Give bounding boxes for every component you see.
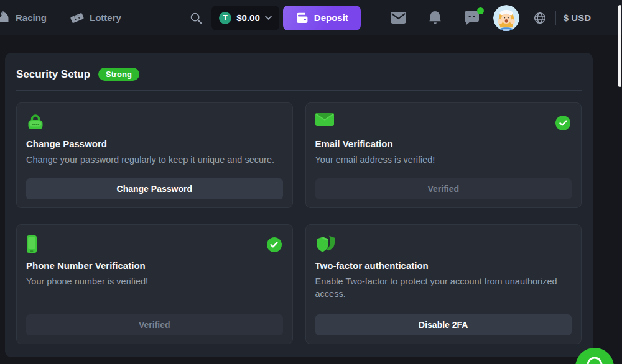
nav-divider (555, 11, 556, 25)
bell-icon[interactable] (429, 11, 442, 25)
card-change-password: Change Password Change your password reg… (16, 102, 293, 208)
card-description: Your email address is verified! (315, 154, 572, 166)
disable-2fa-button[interactable]: Disable 2FA (315, 314, 572, 335)
security-setup-panel: Security Setup Strong Change Password Ch… (5, 53, 593, 357)
chat-notification-dot (477, 7, 484, 14)
email-verified-button: Verified (315, 178, 572, 199)
search-icon[interactable] (189, 11, 203, 25)
currency-selector[interactable]: $ USD (564, 12, 591, 23)
nav-left-group: Racing Lottery (0, 9, 121, 26)
card-title: Change Password (26, 139, 283, 149)
deposit-label: Deposit (314, 12, 348, 23)
wallet-icon (295, 12, 309, 23)
phone-icon (26, 235, 283, 253)
nav-icon-tray (391, 11, 480, 25)
tether-coin-icon: T (219, 12, 231, 24)
security-cards-grid: Change Password Change your password reg… (16, 102, 582, 344)
envelope-icon (315, 113, 572, 132)
security-strength-badge: Strong (98, 68, 139, 81)
nav-item-lottery[interactable]: Lottery (70, 12, 121, 23)
wallet-balance: $0.00 (236, 12, 260, 23)
panel-header: Security Setup Strong (16, 68, 582, 81)
nav-item-label: Lottery (90, 12, 121, 23)
mail-icon[interactable] (391, 12, 406, 24)
nav-item-label: Racing (16, 12, 47, 23)
phone-verified-button: Verified (26, 314, 283, 335)
wallet-balance-selector[interactable]: T $0.00 (211, 6, 279, 30)
card-description: Change your password regularly to keep i… (26, 154, 283, 166)
card-two-factor: Two-factor authentication Enable Two-fac… (305, 224, 582, 344)
deposit-button[interactable]: Deposit (283, 6, 361, 30)
card-description: Enable Two-factor to protect your accoun… (315, 276, 572, 300)
nav-item-racing[interactable]: Racing (0, 9, 47, 26)
page-title: Security Setup (16, 68, 90, 81)
card-title: Email Verification (315, 139, 572, 149)
change-password-button[interactable]: Change Password (26, 178, 283, 199)
verified-check-icon (267, 237, 282, 252)
chat-icon[interactable] (464, 11, 480, 25)
card-email-verification: Email Verification Your email address is… (305, 102, 582, 208)
chevron-down-icon (265, 16, 272, 20)
card-title: Phone Number Verification (26, 260, 283, 271)
card-phone-verification: Phone Number Verification Your phone num… (16, 224, 293, 344)
scrollbar-thumb[interactable] (618, 5, 621, 87)
globe-icon[interactable] (533, 11, 547, 25)
card-title: Two-factor authentication (315, 260, 572, 271)
header-divider (16, 90, 582, 91)
user-avatar[interactable] (493, 5, 519, 31)
card-description: Your phone number is verified! (26, 276, 283, 288)
shield-icon (315, 235, 572, 253)
verified-check-icon (555, 116, 570, 130)
horse-icon (0, 9, 10, 26)
headset-icon (584, 356, 605, 364)
lock-icon (26, 113, 283, 132)
ticket-icon (69, 11, 85, 25)
top-nav: Racing Lottery T $0.00 Deposit (0, 0, 622, 35)
